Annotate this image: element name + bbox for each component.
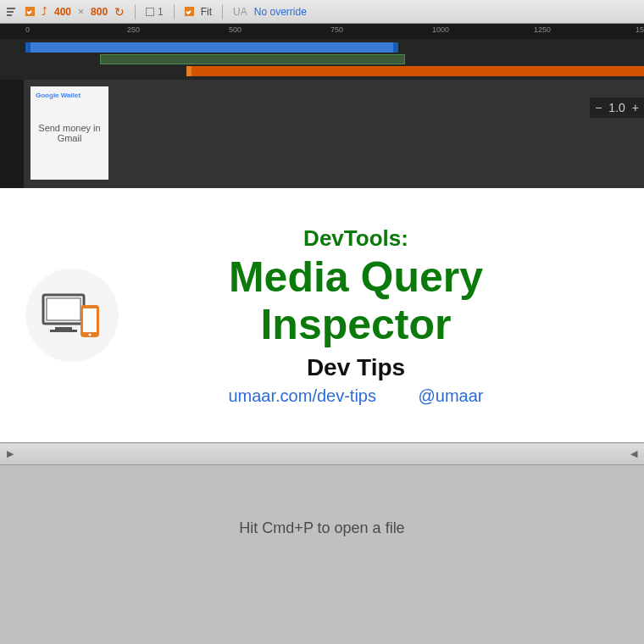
fit-label: Fit [201,6,212,18]
site-link[interactable]: umaar.com/dev-tips [228,386,376,405]
fit-checkbox[interactable] [185,7,194,16]
open-file-hint: Hit Cmd+P to open a file [0,519,644,537]
width-input[interactable]: 400 [54,6,71,18]
devices-icon [25,269,119,362]
zoom-out-button[interactable]: − [595,101,602,114]
media-query-bar-max[interactable] [25,42,398,53]
media-query-inspector [0,39,644,80]
media-query-bar-range[interactable] [100,54,405,64]
card-links: umaar.com/dev-tips @umaar [136,386,576,406]
menu-icon[interactable] [5,6,19,18]
svg-rect-4 [47,298,80,320]
svg-rect-2 [7,14,12,16]
ua-label: UA [233,6,247,18]
zoom-in-button[interactable]: + [632,101,639,114]
ruler-tick: 500 [229,25,242,34]
fit-screen-icon [146,8,154,16]
card-devtips: Dev Tips [136,354,576,381]
card-subtitle: DevTools: [136,225,576,252]
svg-rect-1 [7,11,14,13]
ruler-tick: 1500 [636,25,644,34]
preview-logo: Google Wallet [36,92,103,99]
card-title-line2: Inspector [136,303,576,347]
svg-rect-0 [7,8,15,9]
svg-point-9 [88,333,91,336]
sources-panel: ▶ ◀ Hit Cmd+P to open a file [0,442,644,644]
device-toolbar: ⤴ 400 × 800 ↻ 1 Fit UA No override [0,0,644,24]
device-mode-checkbox[interactable] [25,7,35,16]
ua-select[interactable]: No override [254,6,307,18]
sources-toolbar: ▶ ◀ [0,443,644,465]
title-card: DevTools: Media Query Inspector Dev Tips… [0,188,644,442]
swap-dimensions-icon[interactable]: ↻ [114,5,125,19]
height-input[interactable]: 800 [91,6,108,18]
ruler-vertical [0,80,24,188]
zoom-value: 1.0 [608,101,625,114]
scale-value: 1 [158,6,164,18]
toolbar-separator [222,4,223,19]
device-preview-area: Google Wallet Send money in Gmail [0,80,644,188]
navigator-toggle-icon[interactable]: ▶ [7,448,14,459]
ruler-tick: 1000 [432,25,449,34]
scale-control[interactable]: 1 [146,6,164,18]
twitter-link[interactable]: @umaar [419,386,484,405]
card-text: DevTools: Media Query Inspector Dev Tips… [136,225,644,406]
preview-tagline: Send money in Gmail [36,123,103,143]
toolbar-separator [135,4,136,19]
svg-rect-8 [83,308,97,332]
toolbar-separator [174,4,175,19]
rotate-icon[interactable]: ⤴ [42,5,47,18]
svg-rect-6 [50,330,77,332]
debugger-toggle-icon[interactable]: ◀ [630,448,637,459]
svg-rect-5 [55,327,72,330]
ruler-tick: 250 [127,25,140,34]
zoom-control: − 1.0 + [590,97,644,118]
ruler-tick: 1250 [534,25,551,34]
page-preview[interactable]: Google Wallet Send money in Gmail [31,86,108,180]
dimension-separator: × [78,6,84,18]
ruler-tick: 750 [330,25,343,34]
ruler-horizontal: 0 250 500 750 1000 1250 1500 [0,24,644,39]
ruler-tick: 0 [25,25,30,34]
media-query-bar-min[interactable] [186,66,644,76]
card-title-line1: Media Query [136,255,576,300]
